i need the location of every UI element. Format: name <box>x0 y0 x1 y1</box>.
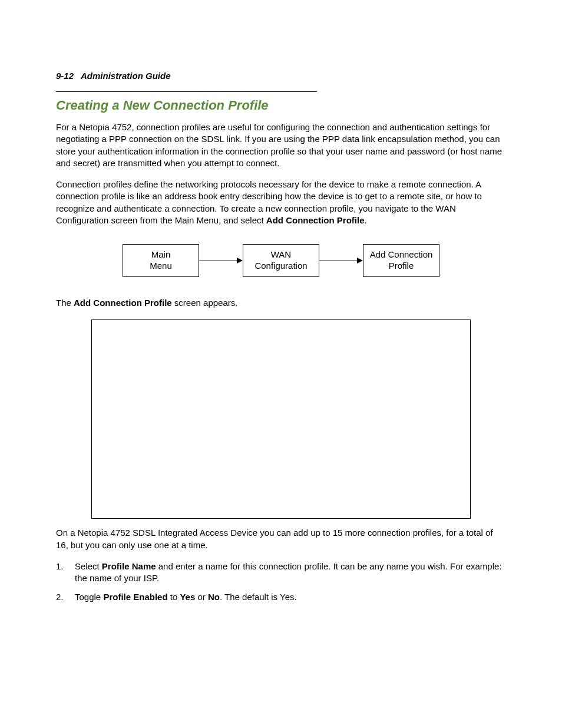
page-header: 9-12 Administration Guide <box>56 71 506 81</box>
flow-box-wan-config: WAN Configuration <box>243 244 319 277</box>
flow-box-main-menu: Main Menu <box>123 244 199 277</box>
navigation-flow-diagram: Main Menu WAN Configuration Add Connecti… <box>56 244 506 277</box>
paragraph-profiles-count: On a Netopia 4752 SDSL Integrated Access… <box>56 527 506 551</box>
step-1: Select Profile Name and enter a name for… <box>56 561 506 585</box>
steps-list: Select Profile Name and enter a name for… <box>56 561 506 604</box>
step-2: Toggle Profile Enabled to Yes or No. The… <box>56 591 506 603</box>
paragraph-screen-appears: The Add Connection Profile screen appear… <box>56 297 506 309</box>
arrow-icon <box>319 258 363 263</box>
paragraph-intro-1: For a Netopia 4752, connection profiles … <box>56 121 506 169</box>
paragraph-intro-2: Connection profiles define the networkin… <box>56 179 506 226</box>
guide-name: Administration Guide <box>81 71 171 81</box>
arrow-icon <box>199 258 243 263</box>
page-number: 9-12 <box>56 71 74 81</box>
section-title: Creating a New Connection Profile <box>56 91 317 113</box>
screenshot-placeholder <box>91 319 471 519</box>
flow-box-add-connection: Add Connection Profile <box>363 244 439 277</box>
